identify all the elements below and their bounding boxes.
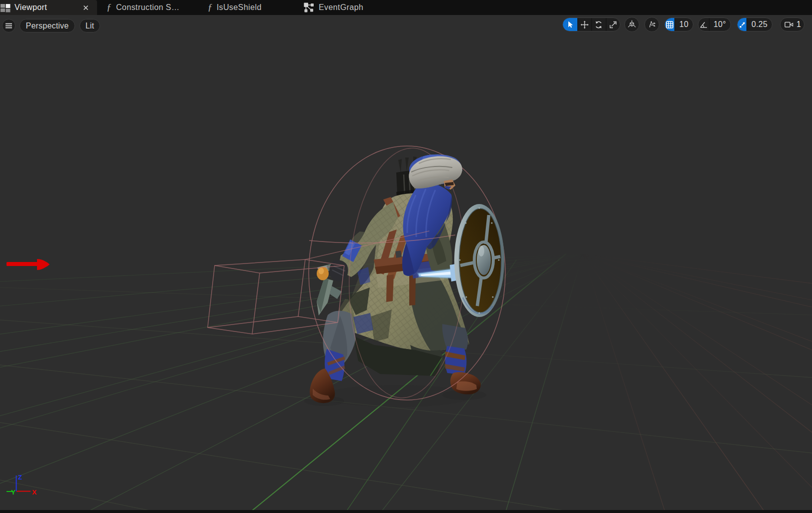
svg-text:Y: Y <box>11 488 16 496</box>
svg-text:Z: Z <box>18 474 22 481</box>
svg-text:X: X <box>32 488 37 496</box>
